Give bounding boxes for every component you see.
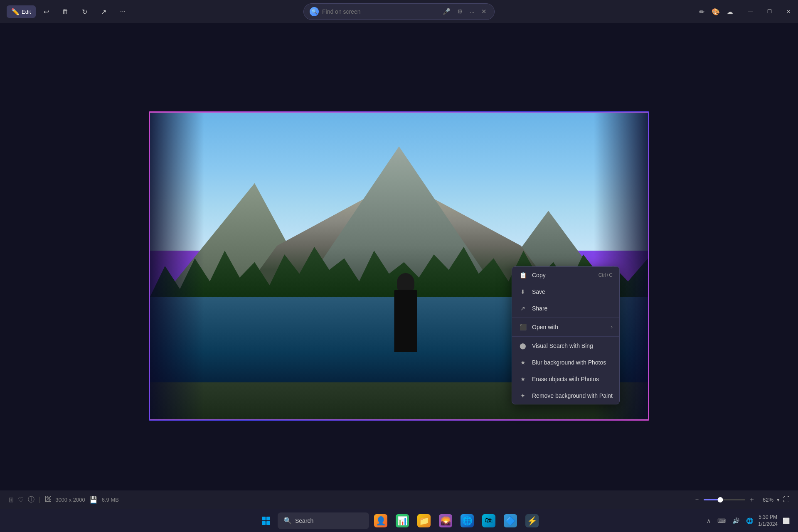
taskbar-app-extra[interactable]: ⚡ bbox=[522, 511, 542, 531]
zoom-slider[interactable] bbox=[704, 499, 745, 500]
up-arrow-icon[interactable]: ∧ bbox=[705, 516, 712, 526]
win-buttons: — ❐ ✕ bbox=[741, 0, 798, 23]
share-button[interactable]: ↗ bbox=[95, 5, 112, 18]
rotate-icon: ↻ bbox=[81, 8, 88, 15]
file-size-text: 6.9 MB bbox=[102, 497, 119, 503]
save-label: Save bbox=[532, 288, 613, 295]
delete-button[interactable]: 🗑 bbox=[57, 5, 74, 18]
delete-icon: 🗑 bbox=[62, 8, 69, 15]
info-icon[interactable]: ⓘ bbox=[28, 495, 34, 504]
dimensions-text: 3000 x 2000 bbox=[55, 497, 85, 503]
taskbar-app-explorer[interactable]: 📁 bbox=[414, 511, 434, 531]
system-clock[interactable]: 5:30 PM 1/1/2024 bbox=[758, 514, 778, 528]
taskbar-app-photos[interactable]: 🌄 bbox=[436, 511, 456, 531]
blur-bg-label: Blur background with Photos bbox=[532, 359, 613, 366]
heart-icon[interactable]: ♡ bbox=[18, 496, 24, 504]
start-button[interactable] bbox=[256, 511, 276, 531]
color-icon-btn[interactable]: 🎨 bbox=[709, 5, 722, 18]
taskbar-search[interactable]: 🔍 Search bbox=[278, 512, 369, 529]
photos-blur-icon: ★ bbox=[519, 358, 527, 367]
open-with-icon: ⬛ bbox=[519, 323, 527, 331]
edge2-app-icon: 🔷 bbox=[504, 514, 517, 527]
context-menu-copy[interactable]: 📋 Copy Ctrl+C bbox=[512, 267, 619, 283]
visual-search-label: Visual Search with Bing bbox=[532, 342, 613, 349]
charts-app-icon: 📊 bbox=[396, 514, 409, 527]
file-size-icon: 💾 bbox=[89, 496, 98, 504]
taskbar-app-user[interactable]: 👤 bbox=[371, 511, 391, 531]
top-icon-group: ✏ 🎨 ☁ bbox=[695, 5, 736, 18]
title-bar: ✏️ Edit ↩ 🗑 ↻ ↗ ··· 🔍 🎤 ⚙ ··· ✕ ✏ bbox=[0, 0, 798, 23]
person-head bbox=[397, 273, 414, 292]
ellipsis-icon[interactable]: ··· bbox=[468, 7, 476, 16]
minimize-button[interactable]: — bbox=[741, 0, 760, 23]
menu-divider-1 bbox=[512, 318, 619, 318]
bing-search-icon: ⬤ bbox=[519, 342, 527, 350]
taskbar-app-store[interactable]: 🛍 bbox=[479, 511, 499, 531]
context-menu: 📋 Copy Ctrl+C ⬇ Save ↗ Share ⬛ Open with… bbox=[512, 266, 620, 404]
date-display: 1/1/2024 bbox=[758, 521, 778, 528]
person-body bbox=[394, 290, 417, 352]
address-bar[interactable]: 🔍 🎤 ⚙ ··· ✕ bbox=[303, 3, 495, 20]
status-bar: ⊞ ♡ ⓘ | 🖼 3000 x 2000 💾 6.9 MB － ＋ 62% ▾… bbox=[0, 490, 798, 509]
edit-icon: ✏️ bbox=[12, 8, 19, 15]
app-favicon: 🔍 bbox=[310, 7, 319, 16]
mic-icon[interactable]: 🎤 bbox=[441, 7, 452, 16]
submenu-arrow-icon: › bbox=[611, 324, 613, 330]
search-actions: 🎤 ⚙ ··· ✕ bbox=[441, 7, 488, 16]
window-controls: ✏ 🎨 ☁ — ❐ ✕ bbox=[695, 0, 798, 23]
zoom-area: － ＋ 62% ▾ ⛶ bbox=[694, 495, 790, 504]
windows-logo bbox=[262, 517, 270, 525]
settings-icon[interactable]: ⚙ bbox=[456, 7, 464, 16]
fullscreen-icon[interactable]: ⛶ bbox=[783, 496, 790, 503]
left-vignette bbox=[150, 113, 204, 419]
taskbar-app-charts[interactable]: 📊 bbox=[392, 511, 412, 531]
more-button[interactable]: ··· bbox=[114, 5, 131, 18]
context-menu-share[interactable]: ↗ Share bbox=[512, 300, 619, 317]
network-icon[interactable]: 🌐 bbox=[744, 516, 755, 526]
explorer-app-icon: 📁 bbox=[417, 514, 431, 527]
photos-erase-icon: ★ bbox=[519, 375, 527, 383]
photos-app-icon: 🌄 bbox=[439, 514, 452, 527]
image-wrapper: 📋 Copy Ctrl+C ⬇ Save ↗ Share ⬛ Open with… bbox=[149, 111, 649, 421]
context-menu-open-with[interactable]: ⬛ Open with › bbox=[512, 319, 619, 335]
toolbar-left: ✏️ Edit ↩ 🗑 ↻ ↗ ··· bbox=[7, 5, 131, 18]
undo-button[interactable]: ↩ bbox=[37, 5, 55, 18]
taskbar-right: ∧ ⌨ 🔊 🌐 5:30 PM 1/1/2024 ⬜ bbox=[705, 514, 791, 528]
taskbar-app-edge2[interactable]: 🔷 bbox=[500, 511, 520, 531]
edit-button[interactable]: ✏️ Edit bbox=[7, 5, 36, 18]
edit-label: Edit bbox=[22, 9, 31, 15]
store-app-icon: 🛍 bbox=[482, 514, 495, 527]
cloud-icon-btn[interactable]: ☁ bbox=[723, 5, 736, 18]
time-display: 5:30 PM bbox=[758, 514, 778, 521]
keyboard-icon[interactable]: ⌨ bbox=[716, 516, 727, 526]
collection-icon[interactable]: ⊞ bbox=[8, 496, 14, 504]
image-container[interactable]: 📋 Copy Ctrl+C ⬇ Save ↗ Share ⬛ Open with… bbox=[150, 112, 648, 420]
user-app-icon: 👤 bbox=[374, 514, 387, 527]
share-label: Share bbox=[532, 305, 613, 312]
close-button[interactable]: ✕ bbox=[779, 0, 798, 23]
extra-app-icon: ⚡ bbox=[525, 514, 539, 527]
taskbar-search-text: Search bbox=[295, 517, 313, 524]
remove-bg-label: Remove background with Paint bbox=[532, 392, 613, 399]
zoom-dropdown-icon[interactable]: ▾ bbox=[777, 497, 780, 503]
notification-icon[interactable]: ⬜ bbox=[781, 516, 791, 526]
context-menu-blur-bg[interactable]: ★ Blur background with Photos bbox=[512, 354, 619, 371]
speaker-icon[interactable]: 🔊 bbox=[731, 516, 741, 526]
zoom-out-icon[interactable]: － bbox=[694, 495, 700, 504]
context-menu-save[interactable]: ⬇ Save bbox=[512, 283, 619, 300]
context-menu-erase-objects[interactable]: ★ Erase objects with Photos bbox=[512, 371, 619, 387]
zoom-thumb[interactable] bbox=[718, 497, 723, 502]
taskbar-app-edge[interactable]: 🌐 bbox=[457, 511, 477, 531]
edge-app-icon: 🌐 bbox=[461, 514, 474, 527]
maximize-button[interactable]: ❐ bbox=[760, 0, 779, 23]
context-menu-visual-search[interactable]: ⬤ Visual Search with Bing bbox=[512, 337, 619, 354]
open-with-label: Open with bbox=[532, 324, 606, 330]
separator-1: | bbox=[39, 496, 40, 503]
search-input[interactable] bbox=[322, 8, 438, 15]
context-menu-remove-bg[interactable]: ✦ Remove background with Paint bbox=[512, 387, 619, 404]
rotate-button[interactable]: ↻ bbox=[76, 5, 93, 18]
zoom-in-icon[interactable]: ＋ bbox=[749, 495, 755, 504]
pen-icon-btn[interactable]: ✏ bbox=[695, 5, 708, 18]
zoom-level-text: 62% bbox=[759, 497, 773, 503]
close-search-icon[interactable]: ✕ bbox=[480, 7, 488, 16]
